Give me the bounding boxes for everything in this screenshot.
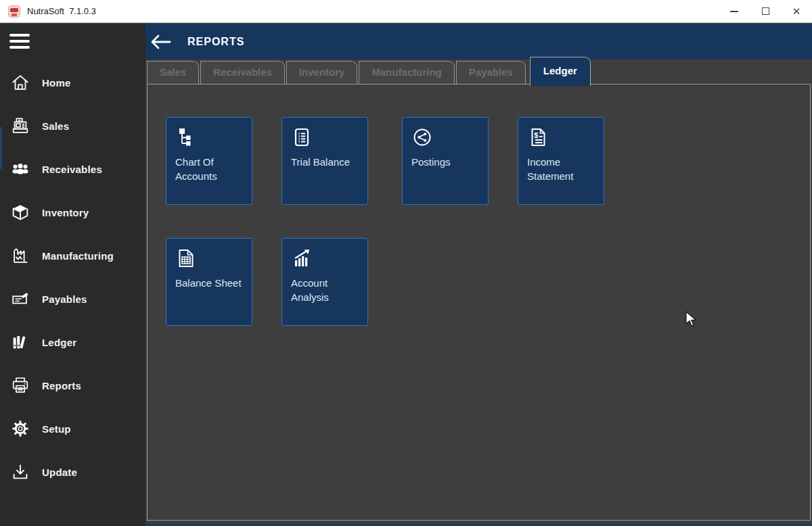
tab-ledger[interactable]: Ledger [530,57,591,86]
sidebar-item-label: Receivables [42,164,102,175]
sidebar-item-receivables[interactable]: Receivables [0,147,145,191]
window-title: NutraSoft 7.1.0.3 [27,6,96,16]
window-controls: ✕ [719,0,812,22]
minimize-button[interactable] [719,0,750,22]
sidebar-item-inventory[interactable]: Inventory [0,191,145,234]
main-area: REPORTS Sales Receivables Inventory Manu… [145,24,812,526]
tile-label: Postings [411,156,479,170]
sidebar-item-setup[interactable]: Setup [0,407,145,450]
tab-sales[interactable]: Sales [147,61,199,84]
tab-inventory[interactable]: Inventory [286,61,358,84]
ledger-tab-panel: Chart Of Accounts Trial Balance [147,84,811,521]
sidebar-nav: Home Sales [0,61,145,494]
window-bottom-edge [145,523,812,526]
sidebar-item-label: Inventory [42,207,89,218]
svg-text:$: $ [534,131,538,139]
sidebar-item-ledger[interactable]: Ledger [0,320,145,364]
hamburger-icon [9,34,30,37]
tile-postings[interactable]: Postings [402,117,489,205]
sidebar: Home Sales [0,24,145,526]
books-icon [9,331,32,354]
sidebar-item-payables[interactable]: Payables [0,277,145,320]
app-shell: Home Sales [0,24,812,526]
people-icon [9,158,32,181]
tile-label: Chart Of Accounts [175,156,243,183]
sidebar-item-label: Update [42,467,77,478]
share-circle-icon [411,126,434,149]
sidebar-item-reports[interactable]: Reports [0,364,145,407]
sidebar-item-label: Manufacturing [42,250,114,262]
download-icon [9,460,32,483]
app-logo-icon [8,5,20,18]
title-bar: NutraSoft 7.1.0.3 ✕ [0,0,812,23]
minimize-icon [730,11,738,12]
tile-chart-of-accounts[interactable]: Chart Of Accounts [166,117,252,205]
home-icon [9,71,32,94]
close-button[interactable]: ✕ [781,0,812,22]
tab-receivables[interactable]: Receivables [200,61,285,84]
table-document-icon [175,247,198,270]
factory-icon [9,244,32,267]
tab-payables[interactable]: Payables [456,61,526,84]
reports-header: REPORTS [145,24,812,59]
tile-income-statement[interactable]: $ Income Statement [518,117,604,205]
tile-trial-balance[interactable]: Trial Balance [281,117,368,205]
list-document-icon [291,126,314,149]
gear-icon [9,417,32,440]
tab-strip: Sales Receivables Inventory Manufacturin… [147,61,592,84]
tile-account-analysis[interactable]: Account Analysis [281,238,368,326]
tile-balance-sheet[interactable]: Balance Sheet [166,238,252,326]
sidebar-item-label: Setup [42,423,71,435]
close-icon: ✕ [792,6,801,16]
sidebar-item-label: Home [42,77,70,89]
bar-chart-arrow-icon [291,247,314,270]
sidebar-item-label: Ledger [42,337,76,348]
back-button[interactable] [145,24,177,59]
sidebar-item-home[interactable]: Home [0,61,145,104]
tile-label: Income Statement [527,156,595,183]
cheque-pen-icon [9,287,32,310]
sidebar-item-manufacturing[interactable]: Manufacturing [0,234,145,277]
sidebar-item-label: Reports [42,380,81,391]
tile-label: Balance Sheet [175,277,243,291]
back-arrow-icon [150,32,173,51]
cube-icon [9,201,32,224]
page-title: REPORTS [187,36,244,48]
maximize-icon [762,7,769,15]
printer-icon [9,374,32,397]
tab-manufacturing[interactable]: Manufacturing [359,61,454,84]
dollar-document-icon: $ [527,126,550,149]
hierarchy-icon [175,126,198,149]
tile-label: Account Analysis [291,277,359,304]
cash-register-icon [9,114,32,137]
sidebar-item-update[interactable]: Update [0,450,145,494]
sidebar-item-sales[interactable]: Sales [0,104,145,147]
tile-label: Trial Balance [291,156,359,170]
maximize-button[interactable] [750,0,781,22]
hamburger-menu-button[interactable] [9,32,30,50]
sidebar-item-label: Payables [42,293,87,305]
sidebar-item-label: Sales [42,120,69,132]
